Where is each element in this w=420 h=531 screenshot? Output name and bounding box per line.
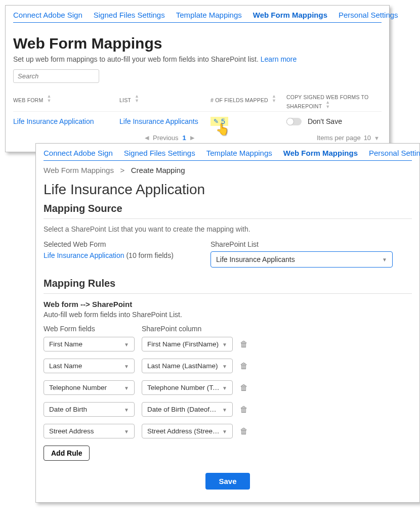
mapping-detail-panel: Connect Adobe Sign Signed Files Settings… bbox=[35, 143, 420, 503]
pager-current-page: 1 bbox=[183, 134, 186, 142]
header-fields-mapped[interactable]: # OF FIELDS MAPPED ▲▼ bbox=[211, 94, 286, 109]
items-per-page-value[interactable]: 10 bbox=[364, 134, 371, 142]
row-copy-cell: Don't Save bbox=[286, 117, 382, 126]
rule-row: First Name▼First Name (FirstName)▼🗑 bbox=[44, 337, 412, 351]
col-header-sharepoint-column: SharePoint column bbox=[142, 325, 233, 333]
chevron-left-icon[interactable]: ◀ bbox=[145, 135, 149, 141]
webform-field-value: Date of Birth bbox=[49, 406, 87, 413]
detail-tabs: Connect Adobe Sign Signed Files Settings… bbox=[44, 149, 412, 161]
sort-icon: ▲▼ bbox=[47, 94, 51, 103]
trash-icon[interactable]: 🗑 bbox=[240, 405, 248, 414]
tab-web-form-mappings[interactable]: Web Form Mappings bbox=[253, 11, 327, 19]
sort-icon: ▲▼ bbox=[325, 100, 330, 109]
pager-prev[interactable]: Previous bbox=[153, 134, 179, 142]
sharepoint-list-select[interactable]: Life Insurance Applicants ▼ bbox=[211, 251, 393, 268]
caret-down-icon: ▼ bbox=[222, 407, 227, 412]
sharepoint-column-select[interactable]: First Name (FirstName)▼ bbox=[142, 337, 233, 351]
subtitle-text: Set up web form mappings to auto-fill yo… bbox=[13, 55, 259, 63]
sharepoint-column-value: Last Name (LastName) bbox=[147, 362, 218, 370]
header-copy-signed[interactable]: COPY SIGNED WEB FORMS TO SHAREPOINT ▲▼ bbox=[286, 94, 382, 109]
breadcrumb: Web Form Mappings > Create Mapping bbox=[44, 166, 412, 174]
rules-container: First Name▼First Name (FirstName)▼🗑Last … bbox=[44, 337, 412, 438]
header-webform-label: WEB FORM bbox=[13, 97, 43, 103]
tab-signed-files-settings[interactable]: Signed Files Settings bbox=[124, 149, 195, 157]
tab-personal-settings[interactable]: Personal Settings bbox=[369, 149, 420, 157]
search-input[interactable] bbox=[13, 69, 99, 83]
trash-icon[interactable]: 🗑 bbox=[240, 383, 248, 392]
col-header-webform-fields: Web Form fields bbox=[44, 325, 135, 333]
webform-field-value: Last Name bbox=[49, 362, 82, 370]
sharepoint-column-select[interactable]: Street Address (StreetAd…▼ bbox=[142, 424, 233, 438]
sharepoint-list-label: SharePoint List bbox=[211, 240, 393, 248]
row-fields-cell-wrapper: ✎ 5 👆 bbox=[211, 117, 286, 126]
source-row: Selected Web Form Life Insurance Applica… bbox=[44, 240, 412, 268]
webform-field-value: Telephone Number bbox=[49, 384, 107, 391]
header-list[interactable]: LIST ▲▼ bbox=[119, 94, 211, 109]
divider bbox=[44, 293, 412, 294]
webform-field-select[interactable]: Street Address▼ bbox=[44, 424, 135, 438]
webform-field-select[interactable]: First Name▼ bbox=[44, 337, 135, 351]
webform-field-select[interactable]: Date of Birth▼ bbox=[44, 402, 135, 417]
caret-down-icon: ▼ bbox=[222, 341, 227, 347]
chevron-right-icon[interactable]: ▶ bbox=[190, 135, 194, 141]
tab-web-form-mappings[interactable]: Web Form Mappings bbox=[283, 149, 358, 157]
webform-field-select[interactable]: Telephone Number▼ bbox=[44, 380, 135, 395]
page-subtitle: Set up web form mappings to auto-fill yo… bbox=[13, 55, 382, 63]
form-fields-count: (10 form fields) bbox=[126, 251, 173, 259]
pencil-icon: ✎ bbox=[214, 118, 219, 125]
header-webform[interactable]: WEB FORM ▲▼ bbox=[13, 94, 119, 109]
learn-more-link[interactable]: Learn more bbox=[261, 55, 297, 63]
caret-down-icon: ▼ bbox=[222, 385, 227, 390]
mapping-source-heading: Mapping Source bbox=[44, 203, 412, 214]
trash-icon[interactable]: 🗑 bbox=[240, 427, 248, 436]
caret-down-icon[interactable]: ▼ bbox=[374, 135, 380, 141]
tab-personal-settings[interactable]: Personal Settings bbox=[339, 11, 398, 19]
row-list-link[interactable]: Life Insurance Applicants bbox=[119, 117, 211, 125]
tab-signed-files-settings[interactable]: Signed Files Settings bbox=[94, 11, 165, 19]
save-button[interactable]: Save bbox=[205, 473, 249, 490]
webform-field-value: Street Address bbox=[49, 427, 94, 435]
tab-connect-adobe-sign[interactable]: Connect Adobe Sign bbox=[13, 11, 82, 19]
selected-webform-link[interactable]: Life Insurance Application bbox=[44, 251, 124, 259]
add-rule-button[interactable]: Add Rule bbox=[44, 446, 90, 461]
tab-connect-adobe-sign[interactable]: Connect Adobe Sign bbox=[44, 149, 113, 157]
trash-icon[interactable]: 🗑 bbox=[240, 340, 248, 349]
row-webform-link[interactable]: Life Insurance Application bbox=[13, 117, 119, 125]
sharepoint-column-select[interactable]: Last Name (LastName)▼ bbox=[142, 359, 233, 373]
sharepoint-column-value: Date of Birth (DateofBirth) bbox=[147, 406, 226, 413]
table-row: Life Insurance Application Life Insuranc… bbox=[13, 112, 382, 131]
caret-down-icon: ▼ bbox=[124, 407, 129, 412]
breadcrumb-parent[interactable]: Web Form Mappings bbox=[44, 166, 114, 174]
rule-column-headers: Web Form fields SharePoint column bbox=[44, 325, 412, 333]
sharepoint-column-select[interactable]: Date of Birth (DateofBirth)▼ bbox=[142, 402, 233, 417]
caret-down-icon: ▼ bbox=[124, 385, 129, 390]
sharepoint-column-select[interactable]: Telephone Number (Tele…▼ bbox=[142, 380, 233, 395]
rule-row: Street Address▼Street Address (StreetAd…… bbox=[44, 424, 412, 438]
tab-template-mappings[interactable]: Template Mappings bbox=[176, 11, 242, 19]
divider bbox=[44, 218, 412, 219]
breadcrumb-current: Create Mapping bbox=[131, 166, 185, 174]
webform-field-value: First Name bbox=[49, 340, 82, 348]
copy-toggle[interactable] bbox=[286, 118, 302, 125]
sort-icon: ▲▼ bbox=[135, 94, 139, 103]
sharepoint-column-value: First Name (FirstName) bbox=[147, 340, 219, 348]
header-fields-label: # OF FIELDS MAPPED bbox=[211, 97, 268, 103]
page-title: Web Form Mappings bbox=[13, 35, 382, 52]
breadcrumb-sep: > bbox=[120, 166, 124, 174]
rule-row: Telephone Number▼Telephone Number (Tele…… bbox=[44, 380, 412, 395]
pager: ◀ Previous 1 ▶ Items per page 10 ▼ bbox=[13, 134, 382, 142]
trash-icon[interactable]: 🗑 bbox=[240, 362, 248, 371]
rule-row: Last Name▼Last Name (LastName)▼🗑 bbox=[44, 359, 412, 373]
sort-icon: ▲▼ bbox=[272, 94, 276, 103]
header-list-label: LIST bbox=[119, 97, 131, 103]
caret-down-icon: ▼ bbox=[124, 341, 129, 347]
selected-webform-label: Selected Web Form bbox=[44, 240, 195, 248]
rule-direction: Web form --> SharePoint bbox=[44, 300, 412, 308]
webform-field-select[interactable]: Last Name▼ bbox=[44, 359, 135, 373]
top-tabs: Connect Adobe Sign Signed Files Settings… bbox=[13, 11, 382, 23]
tab-template-mappings[interactable]: Template Mappings bbox=[206, 149, 272, 157]
mapping-source-help: Select a SharePoint List that you want t… bbox=[44, 225, 412, 233]
caret-down-icon: ▼ bbox=[382, 257, 387, 262]
fields-count: 5 bbox=[221, 117, 225, 125]
edit-fields-highlight[interactable]: ✎ 5 👆 bbox=[211, 117, 228, 126]
